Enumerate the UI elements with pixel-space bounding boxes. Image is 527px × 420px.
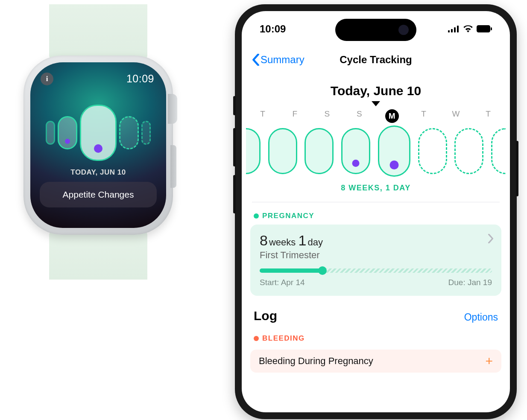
weekday-label: T bbox=[409, 109, 439, 123]
chevron-right-icon bbox=[488, 234, 494, 245]
watch-band bbox=[49, 4, 147, 60]
power-button[interactable] bbox=[516, 141, 518, 196]
cycle-day-pill[interactable] bbox=[418, 128, 447, 174]
cycle-day-pill[interactable] bbox=[58, 116, 77, 149]
cycle-day-pill[interactable] bbox=[491, 128, 506, 174]
pregnancy-duration: 8 weeks 1 day bbox=[260, 232, 492, 249]
weekday-label: M bbox=[377, 109, 407, 123]
due-date: Due: Jan 19 bbox=[448, 278, 492, 287]
log-dot-icon bbox=[389, 160, 398, 169]
weekday-label: T bbox=[248, 109, 278, 123]
cycle-day-pill[interactable] bbox=[378, 125, 410, 177]
cycle-day-pill[interactable] bbox=[46, 121, 55, 145]
weekday-label: W bbox=[441, 109, 472, 123]
watch-case: i 10:09 TODAY, JUN 10 Appetite Changes bbox=[23, 55, 173, 235]
options-button[interactable]: Options bbox=[464, 312, 498, 323]
watch-screen: i 10:09 TODAY, JUN 10 Appetite Changes bbox=[30, 62, 166, 228]
log-row-label: Bleeding During Pregnancy bbox=[259, 356, 373, 367]
weekday-label: T bbox=[473, 109, 504, 123]
info-icon[interactable]: i bbox=[41, 73, 53, 85]
start-date: Start: Apr 14 bbox=[260, 278, 305, 287]
plus-icon: + bbox=[485, 354, 493, 368]
back-button[interactable]: Summary bbox=[252, 54, 304, 66]
pregnancy-progress bbox=[260, 268, 492, 273]
dot-icon bbox=[254, 213, 259, 219]
apple-watch: i 10:09 TODAY, JUN 10 Appetite Changes bbox=[17, 4, 179, 280]
log-dot-icon bbox=[94, 144, 102, 153]
log-dot-icon bbox=[352, 160, 360, 167]
volume-up-button[interactable] bbox=[233, 128, 236, 166]
dot-icon bbox=[254, 336, 259, 341]
cycle-day-pill[interactable] bbox=[119, 116, 139, 149]
cycle-day-pill[interactable] bbox=[454, 128, 483, 174]
phone-screen: 10:09 Summary C bbox=[242, 11, 510, 412]
weekday-label: S bbox=[344, 109, 375, 123]
mute-switch[interactable] bbox=[233, 96, 236, 115]
cycle-day-pill[interactable] bbox=[246, 128, 261, 174]
cycle-day-pill[interactable] bbox=[141, 121, 151, 145]
watch-time: 10:09 bbox=[126, 73, 154, 85]
weekday-label: S bbox=[312, 109, 343, 123]
symptom-chip[interactable]: Appetite Changes bbox=[40, 182, 157, 207]
bleeding-log-row[interactable]: Bleeding During Pregnancy + bbox=[250, 350, 501, 373]
cycle-day-pill[interactable] bbox=[304, 128, 334, 174]
watch-cycle-carousel[interactable] bbox=[30, 103, 166, 163]
nav-bar: Summary Cycle Tracking bbox=[242, 11, 510, 73]
phone-frame: 10:09 Summary C bbox=[235, 4, 517, 419]
gestation-label: 8 WEEKS, 1 DAY bbox=[242, 184, 510, 192]
today-pointer-icon bbox=[242, 101, 510, 108]
trimester-label: First Trimester bbox=[260, 250, 492, 261]
chevron-left-icon bbox=[252, 54, 260, 66]
cycle-day-pill[interactable] bbox=[268, 128, 297, 174]
log-dot-icon bbox=[65, 139, 70, 144]
watch-today-label: TODAY, JUN 10 bbox=[30, 168, 166, 177]
back-label: Summary bbox=[261, 54, 304, 66]
watch-side-button[interactable] bbox=[170, 145, 176, 188]
pregnancy-section-label: PREGNANCY bbox=[242, 202, 510, 225]
digital-crown[interactable] bbox=[168, 94, 177, 124]
volume-down-button[interactable] bbox=[233, 175, 236, 213]
date-heading: Today, June 10 bbox=[242, 84, 510, 98]
weekday-row: TFSSMTWT bbox=[242, 109, 510, 123]
iphone: 10:09 Summary C bbox=[231, 0, 521, 420]
pregnancy-card[interactable]: 8 weeks 1 day First Trimester Start: Apr… bbox=[250, 225, 501, 296]
cycle-day-pill[interactable] bbox=[80, 105, 117, 161]
watch-band bbox=[49, 230, 147, 280]
log-heading: Log bbox=[254, 309, 277, 323]
cycle-carousel[interactable] bbox=[242, 128, 510, 177]
bleeding-section-label: BLEEDING bbox=[242, 325, 510, 347]
weekday-label: F bbox=[280, 109, 310, 123]
cycle-day-pill[interactable] bbox=[341, 128, 370, 174]
